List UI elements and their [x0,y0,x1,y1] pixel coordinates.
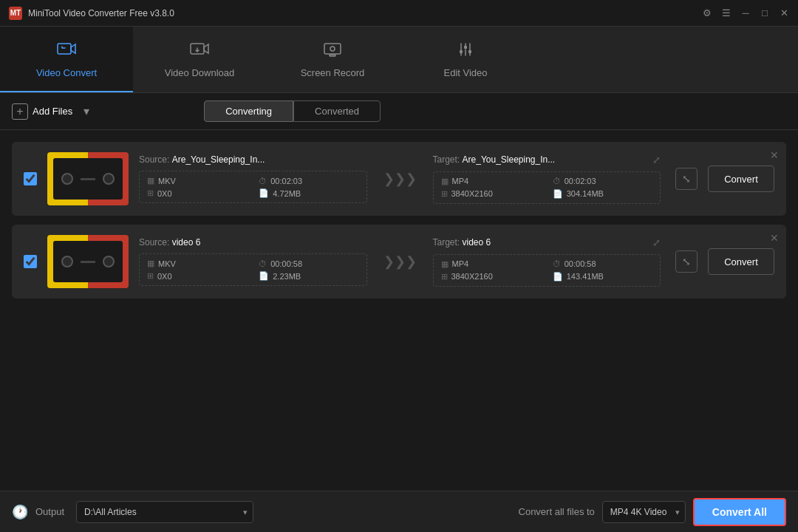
svg-rect-5 [464,46,467,49]
minimize-button[interactable]: ─ [740,8,751,18]
target-format-icon: ▦ [441,177,449,186]
edit-target-icon[interactable]: ⤢ [652,237,661,248]
jump-to-folder-icon[interactable]: ⤡ [675,168,698,190]
target-resolution: 3840X2160 [451,189,493,198]
edit-target-icon[interactable]: ⤢ [652,154,661,166]
file-target-info-2: Target: video 6 ⤢ ▦ MP4 ⏱ 00:00:58 ⊞ 384… [433,237,661,287]
tab-switch: Converting Converted [204,100,381,122]
jump-to-folder-icon[interactable]: ⤡ [675,250,698,273]
format-icon: ▦ [147,176,154,185]
convert-button-2[interactable]: Convert [708,248,774,275]
target-format: MP4 [452,177,469,185]
file-thumbnail-1 [47,152,129,205]
screen-record-icon [322,41,343,63]
target-size: 304.14MB [567,189,604,198]
target-resolution-icon: ⊞ [441,189,448,199]
tab-video-convert[interactable]: Video Convert [0,27,133,92]
converted-tab[interactable]: Converted [293,100,381,122]
plus-icon: + [12,103,28,120]
source-name: video 6 [172,237,201,248]
target-resolution: 3840X2160 [451,272,493,281]
tab-screen-record-label: Screen Record [301,67,365,78]
convert-all-section: Convert all files to MP4 4K Video Conver… [519,498,786,526]
tab-video-convert-label: Video Convert [36,67,97,78]
file-source-info-2: Source: video 6 ▦ MKV ⏱ 00:00:58 ⊞ 0X0 📄 [139,237,367,286]
source-format: MKV [158,177,176,185]
tab-video-download[interactable]: Video Download [133,27,266,92]
target-name: video 6 [463,237,491,248]
file-list: Source: Are_You_Sleeping_In... ▦ MKV ⏱ 0… [0,130,798,310]
resolution-icon: ⊞ [147,188,154,198]
tab-edit-video[interactable]: Edit Video [399,27,532,92]
source-size: 4.72MB [273,189,301,198]
source-duration: 00:00:58 [270,259,302,268]
titlebar-left: MT MiniTool Video Converter Free v3.8.0 [9,7,174,20]
format-select[interactable]: MP4 4K Video [602,501,686,523]
settings-button[interactable]: ⚙ [702,8,712,18]
svg-rect-6 [468,50,471,53]
source-format: MKV [158,259,176,268]
file-thumbnail-2 [47,235,129,288]
file-card-2: Source: video 6 ▦ MKV ⏱ 00:00:58 ⊞ 0X0 📄 [12,225,786,299]
titlebar: MT MiniTool Video Converter Free v3.8.0 … [0,0,798,27]
menu-button[interactable]: ☰ [721,8,732,18]
source-name: Are_You_Sleeping_In... [172,154,265,165]
target-meta: ▦ MP4 ⏱ 00:00:58 ⊞ 3840X2160 📄 143.41MB [433,254,661,287]
video-download-icon [189,41,210,63]
target-resolution-icon: ⊞ [441,272,448,282]
output-icon: 🕐 [12,504,28,520]
target-label: Target: [433,237,463,248]
file-checkbox-2[interactable] [24,255,37,268]
tab-edit-video-label: Edit Video [443,67,487,78]
target-duration: 00:00:58 [565,259,596,268]
convert-all-label: Convert all files to [519,506,595,517]
target-format-icon: ▦ [441,259,449,269]
source-label: Source: [139,154,172,165]
close-button[interactable]: ✕ [779,8,789,18]
target-size-icon: 📄 [553,272,563,282]
file-card-1: Source: Are_You_Sleeping_In... ▦ MKV ⏱ 0… [12,142,786,216]
convert-all-button[interactable]: Convert All [693,498,786,526]
toolbar: + Add Files ▾ Converting Converted [0,93,798,130]
svg-rect-7 [460,50,463,53]
close-card-button-1[interactable]: ✕ [770,149,779,161]
convert-button-1[interactable]: Convert [708,166,774,192]
tab-screen-record[interactable]: Screen Record [266,27,399,92]
source-meta: ▦ MKV ⏱ 00:00:58 ⊞ 0X0 📄 2.23MB [139,253,367,286]
target-meta: ▦ MP4 ⏱ 00:02:03 ⊞ 3840X2160 📄 304.14MB [433,171,661,204]
target-size: 143.41MB [567,272,604,281]
source-resolution: 0X0 [157,272,172,281]
source-resolution: 0X0 [157,189,172,198]
edit-video-icon [455,41,476,63]
output-label: Output [35,506,64,517]
svg-rect-2 [324,44,341,54]
converting-tab[interactable]: Converting [204,100,293,122]
size-icon: 📄 [259,271,269,281]
size-icon: 📄 [259,188,269,198]
target-size-icon: 📄 [553,189,563,199]
source-duration: 00:02:03 [270,177,302,185]
maximize-button[interactable]: □ [760,8,770,18]
titlebar-title: MiniTool Video Converter Free v3.8.0 [28,8,174,18]
close-card-button-2[interactable]: ✕ [770,232,779,244]
duration-icon: ⏱ [259,177,267,185]
target-name: Are_You_Sleeping_In... [463,154,556,165]
target-duration-icon: ⏱ [553,259,561,268]
target-label: Target: [433,154,463,165]
output-path-select[interactable]: D:\All Articles [76,501,253,523]
format-select-wrapper: MP4 4K Video [602,501,686,523]
video-convert-icon [56,41,77,63]
arrows-icon: ❯❯❯ [383,171,417,187]
file-checkbox-1[interactable] [24,172,37,185]
add-files-button[interactable]: + Add Files [12,103,72,120]
source-label: Source: [139,237,172,248]
titlebar-controls: ⚙ ☰ ─ □ ✕ [702,8,789,18]
add-files-label: Add Files [33,106,72,117]
tab-video-download-label: Video Download [165,67,234,78]
source-meta: ▦ MKV ⏱ 00:02:03 ⊞ 0X0 📄 4.72MB [139,171,367,203]
resolution-icon: ⊞ [147,271,154,281]
add-files-dropdown[interactable]: ▾ [80,103,93,120]
duration-icon: ⏱ [259,259,267,268]
file-target-info-1: Target: Are_You_Sleeping_In... ⤢ ▦ MP4 ⏱… [433,154,661,204]
svg-rect-4 [330,55,335,56]
